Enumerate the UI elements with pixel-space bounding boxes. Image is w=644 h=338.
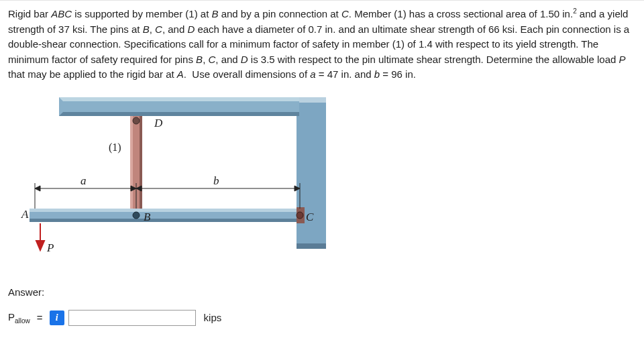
wall-top xyxy=(59,97,299,116)
label-d-point: D xyxy=(154,117,163,129)
svg-rect-1 xyxy=(297,97,326,103)
svg-marker-4 xyxy=(59,97,299,101)
label-c-point: C xyxy=(306,211,314,223)
answer-unit: kips xyxy=(204,312,222,323)
equals-sign: = xyxy=(37,312,43,323)
label-b-point: B xyxy=(144,211,151,223)
label-dim-a: a xyxy=(80,174,87,187)
figure: A B C D (1) a b P xyxy=(15,89,337,277)
svg-marker-5 xyxy=(59,112,299,116)
label-member-1: (1) xyxy=(109,142,121,154)
label-a-point: A xyxy=(21,208,29,221)
problem-statement: Rigid bar ABC is supported by member (1)… xyxy=(8,6,636,82)
answer-heading: Answer: xyxy=(8,286,636,298)
rigid-bar xyxy=(30,209,303,222)
svg-rect-0 xyxy=(297,97,326,249)
label-load-p: P xyxy=(46,241,54,254)
svg-rect-8 xyxy=(140,116,142,210)
info-icon[interactable]: i xyxy=(50,311,64,325)
svg-marker-17 xyxy=(35,186,40,191)
svg-rect-11 xyxy=(30,219,303,222)
pin-c xyxy=(297,207,305,223)
svg-rect-7 xyxy=(130,116,133,210)
svg-rect-2 xyxy=(297,243,326,249)
svg-marker-24 xyxy=(36,241,44,250)
label-dim-b: b xyxy=(213,174,219,187)
load-p-arrow xyxy=(36,223,44,250)
svg-rect-10 xyxy=(30,209,303,212)
answer-input[interactable] xyxy=(68,310,196,326)
svg-point-13 xyxy=(297,212,303,219)
wall-right xyxy=(297,97,326,249)
pin-b xyxy=(133,212,140,219)
pin-d xyxy=(133,117,140,124)
answer-variable: Pallow xyxy=(8,311,30,325)
